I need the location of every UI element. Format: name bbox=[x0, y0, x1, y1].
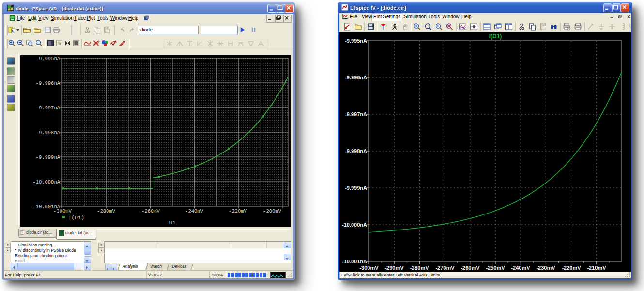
svg-text:-10.000nA: -10.000nA bbox=[342, 222, 367, 228]
svg-text:-9.998nA: -9.998nA bbox=[345, 148, 367, 154]
svg-text:-270mV: -270mV bbox=[435, 265, 455, 271]
svg-text:I(D1): I(D1) bbox=[68, 215, 84, 221]
svg-text:-9.996nA: -9.996nA bbox=[36, 80, 61, 86]
svg-text:-10.000nA: -10.000nA bbox=[32, 179, 60, 185]
svg-text:-210mV: -210mV bbox=[587, 265, 606, 271]
svg-text:-9.999nA: -9.999nA bbox=[345, 185, 367, 191]
svg-text:fft: fft bbox=[58, 41, 61, 46]
svg-text:-200mV: -200mV bbox=[263, 208, 282, 214]
svg-text:-260mV: -260mV bbox=[460, 265, 480, 271]
svg-text:I(D1): I(D1) bbox=[489, 33, 502, 40]
svg-text:-290mV: -290mV bbox=[384, 265, 404, 271]
svg-text:U1: U1 bbox=[169, 220, 176, 226]
svg-text:-9.997nA: -9.997nA bbox=[345, 111, 367, 117]
svg-text:-9.996nA: -9.996nA bbox=[345, 75, 367, 80]
svg-text:-280mV: -280mV bbox=[97, 208, 116, 214]
svg-text:-220mV: -220mV bbox=[229, 208, 247, 214]
svg-text:-250mV: -250mV bbox=[486, 265, 505, 271]
svg-text:-300mV: -300mV bbox=[359, 265, 379, 271]
svg-text:-300mV: -300mV bbox=[53, 208, 72, 214]
svg-text:-9.995nA: -9.995nA bbox=[36, 56, 61, 61]
svg-text:-280mV: -280mV bbox=[410, 265, 429, 271]
svg-text:-220mV: -220mV bbox=[562, 265, 581, 271]
svg-text:-10.001nA: -10.001nA bbox=[342, 259, 367, 264]
svg-text:-9.998nA: -9.998nA bbox=[36, 130, 61, 136]
svg-text:-240mV: -240mV bbox=[185, 208, 204, 214]
svg-text:-260mV: -260mV bbox=[141, 208, 160, 214]
svg-text:-240mV: -240mV bbox=[511, 265, 530, 271]
svg-text:-9.997nA: -9.997nA bbox=[36, 105, 61, 111]
svg-text:-230mV: -230mV bbox=[536, 265, 555, 271]
svg-text:-9.999nA: -9.999nA bbox=[36, 154, 61, 160]
svg-text:-9.995nA: -9.995nA bbox=[345, 38, 367, 44]
